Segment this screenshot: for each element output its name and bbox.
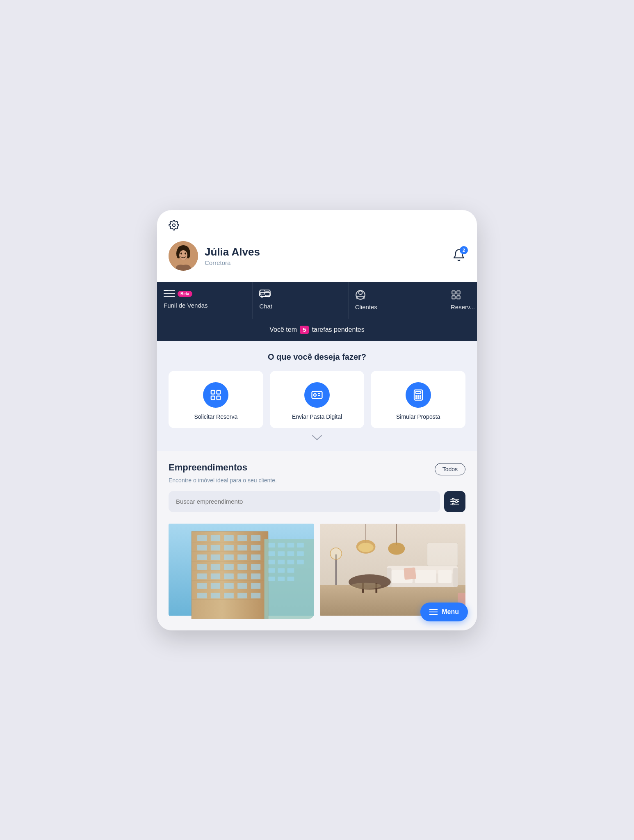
tasks-count: 5	[300, 326, 309, 334]
action-simular-proposta[interactable]: Simular Proposta	[371, 371, 465, 428]
svg-rect-53	[237, 545, 247, 550]
svg-rect-102	[287, 568, 294, 573]
empreend-title: Empreendimentos	[169, 462, 247, 473]
svg-rect-66	[211, 573, 220, 579]
svg-point-129	[351, 582, 381, 589]
property-card-building[interactable]	[169, 520, 314, 619]
solicitar-reserva-label: Solicitar Reserva	[194, 413, 237, 420]
svg-rect-94	[287, 551, 294, 556]
svg-point-37	[417, 397, 419, 399]
what-section: O que você deseja fazer? Solicitar Reser…	[157, 341, 477, 451]
svg-rect-128	[404, 567, 416, 580]
chevron-down-icon[interactable]	[312, 433, 322, 443]
filter-button[interactable]	[444, 491, 465, 512]
svg-rect-78	[237, 593, 247, 598]
empreend-title-area: Empreendimentos	[169, 462, 247, 473]
settings-icon[interactable]	[169, 220, 179, 233]
tab-reservas[interactable]: Reserv...	[444, 282, 477, 319]
svg-rect-46	[211, 535, 220, 541]
filter-icon	[450, 498, 459, 505]
svg-rect-96	[268, 559, 275, 564]
svg-rect-130	[427, 543, 458, 566]
action-enviar-pasta[interactable]: Enviar Pasta Digital	[270, 371, 365, 428]
todos-button[interactable]: Todos	[435, 463, 465, 475]
svg-rect-26	[217, 390, 221, 394]
svg-rect-121	[438, 570, 452, 583]
svg-rect-118	[453, 568, 458, 587]
svg-rect-62	[224, 564, 233, 569]
tab-funil-vendas[interactable]: Beta Funil de Vendas	[157, 282, 253, 319]
svg-rect-91	[297, 543, 304, 547]
clients-icon	[355, 290, 366, 300]
profile-row: Júlia Alves Corretora 2	[169, 241, 465, 271]
tab-chat-label: Chat	[259, 303, 272, 310]
simular-proposta-label: Simular Proposta	[396, 413, 440, 420]
svg-rect-92	[268, 551, 275, 556]
svg-rect-54	[251, 545, 260, 550]
svg-rect-22	[457, 291, 460, 294]
simular-proposta-icon-circle	[406, 382, 431, 408]
svg-rect-52	[224, 545, 233, 550]
empreend-header: Empreendimentos Todos	[169, 462, 465, 475]
svg-rect-120	[415, 570, 436, 583]
svg-point-38	[420, 397, 421, 399]
svg-rect-64	[251, 564, 260, 569]
svg-rect-24	[457, 296, 460, 299]
svg-rect-13	[164, 296, 175, 297]
action-cards: Solicitar Reserva Enviar Pasta Digital	[169, 371, 465, 428]
notification-badge: 2	[460, 246, 468, 254]
svg-rect-65	[197, 573, 207, 579]
svg-rect-61	[211, 564, 220, 569]
svg-rect-63	[237, 564, 247, 569]
svg-point-9	[185, 252, 186, 254]
search-row	[169, 491, 465, 512]
building-image	[169, 520, 314, 619]
svg-rect-51	[211, 545, 220, 550]
solicitar-reserva-icon-circle	[203, 382, 228, 408]
svg-rect-32	[415, 391, 421, 393]
menu-icon	[429, 609, 438, 615]
svg-rect-57	[224, 554, 233, 560]
svg-rect-89	[278, 543, 285, 547]
chat-icon	[259, 290, 271, 299]
svg-rect-45	[197, 535, 207, 541]
svg-point-7	[179, 250, 187, 260]
svg-rect-21	[452, 291, 455, 294]
svg-rect-67	[224, 573, 233, 579]
svg-point-41	[452, 503, 454, 505]
profile-left: Júlia Alves Corretora	[169, 241, 260, 271]
svg-point-33	[415, 395, 417, 397]
enviar-pasta-label: Enviar Pasta Digital	[292, 413, 342, 420]
svg-point-30	[314, 393, 316, 396]
tasks-banner: Você tem 5 tarefas pendentes	[157, 319, 477, 341]
svg-rect-14	[164, 290, 168, 291]
device-frame: Júlia Alves Corretora 2	[157, 210, 477, 630]
svg-rect-71	[211, 583, 220, 589]
svg-point-34	[417, 395, 419, 397]
svg-rect-60	[197, 564, 207, 569]
svg-rect-55	[197, 554, 207, 560]
action-solicitar-reserva[interactable]: Solicitar Reserva	[169, 371, 263, 428]
search-input[interactable]	[169, 491, 440, 512]
svg-rect-27	[211, 396, 215, 399]
tab-clientes[interactable]: Clientes	[349, 282, 444, 319]
svg-rect-97	[278, 559, 285, 564]
menu-fab-button[interactable]: Menu	[420, 603, 468, 621]
svg-rect-95	[297, 551, 304, 556]
svg-point-126	[330, 548, 342, 559]
profile-role: Corretora	[205, 259, 260, 266]
tab-chat[interactable]: Chat	[253, 282, 348, 319]
svg-rect-47	[224, 535, 233, 541]
svg-rect-93	[278, 551, 285, 556]
svg-rect-70	[197, 583, 207, 589]
svg-rect-104	[278, 576, 285, 581]
header-section: Júlia Alves Corretora 2	[157, 210, 477, 319]
svg-rect-101	[278, 568, 285, 573]
svg-point-112	[358, 543, 373, 552]
enviar-pasta-icon-circle	[304, 382, 330, 408]
svg-rect-100	[268, 568, 275, 573]
notification-bell[interactable]: 2	[452, 249, 465, 263]
svg-rect-88	[268, 543, 275, 547]
svg-rect-56	[211, 554, 220, 560]
profile-info: Júlia Alves Corretora	[205, 246, 260, 266]
